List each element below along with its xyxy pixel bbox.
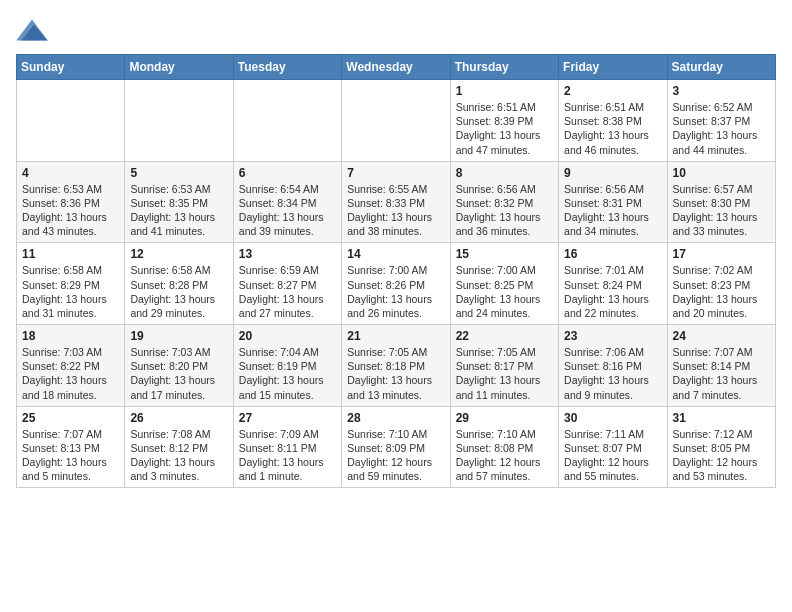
day-number: 17 xyxy=(673,247,770,261)
day-cell xyxy=(233,80,341,162)
day-info: Sunrise: 6:59 AMSunset: 8:27 PMDaylight:… xyxy=(239,263,336,320)
day-cell xyxy=(125,80,233,162)
day-number: 30 xyxy=(564,411,661,425)
day-info: Sunrise: 6:52 AMSunset: 8:37 PMDaylight:… xyxy=(673,100,770,157)
weekday-header-saturday: Saturday xyxy=(667,55,775,80)
day-cell: 4Sunrise: 6:53 AMSunset: 8:36 PMDaylight… xyxy=(17,161,125,243)
weekday-header-monday: Monday xyxy=(125,55,233,80)
day-info: Sunrise: 6:56 AMSunset: 8:32 PMDaylight:… xyxy=(456,182,553,239)
day-number: 15 xyxy=(456,247,553,261)
day-cell: 5Sunrise: 6:53 AMSunset: 8:35 PMDaylight… xyxy=(125,161,233,243)
weekday-header-friday: Friday xyxy=(559,55,667,80)
day-info: Sunrise: 7:05 AMSunset: 8:18 PMDaylight:… xyxy=(347,345,444,402)
day-cell: 31Sunrise: 7:12 AMSunset: 8:05 PMDayligh… xyxy=(667,406,775,488)
day-number: 1 xyxy=(456,84,553,98)
day-cell: 11Sunrise: 6:58 AMSunset: 8:29 PMDayligh… xyxy=(17,243,125,325)
weekday-header-tuesday: Tuesday xyxy=(233,55,341,80)
logo xyxy=(16,16,52,44)
day-number: 21 xyxy=(347,329,444,343)
day-number: 18 xyxy=(22,329,119,343)
day-info: Sunrise: 7:00 AMSunset: 8:25 PMDaylight:… xyxy=(456,263,553,320)
day-info: Sunrise: 6:58 AMSunset: 8:28 PMDaylight:… xyxy=(130,263,227,320)
day-number: 12 xyxy=(130,247,227,261)
day-info: Sunrise: 7:05 AMSunset: 8:17 PMDaylight:… xyxy=(456,345,553,402)
day-info: Sunrise: 7:11 AMSunset: 8:07 PMDaylight:… xyxy=(564,427,661,484)
day-cell: 2Sunrise: 6:51 AMSunset: 8:38 PMDaylight… xyxy=(559,80,667,162)
day-cell: 7Sunrise: 6:55 AMSunset: 8:33 PMDaylight… xyxy=(342,161,450,243)
day-number: 29 xyxy=(456,411,553,425)
day-cell: 3Sunrise: 6:52 AMSunset: 8:37 PMDaylight… xyxy=(667,80,775,162)
day-info: Sunrise: 7:10 AMSunset: 8:09 PMDaylight:… xyxy=(347,427,444,484)
logo-icon xyxy=(16,16,48,44)
day-number: 7 xyxy=(347,166,444,180)
week-row-3: 11Sunrise: 6:58 AMSunset: 8:29 PMDayligh… xyxy=(17,243,776,325)
day-number: 4 xyxy=(22,166,119,180)
day-number: 27 xyxy=(239,411,336,425)
day-number: 9 xyxy=(564,166,661,180)
day-info: Sunrise: 7:08 AMSunset: 8:12 PMDaylight:… xyxy=(130,427,227,484)
day-number: 28 xyxy=(347,411,444,425)
day-number: 13 xyxy=(239,247,336,261)
day-cell: 8Sunrise: 6:56 AMSunset: 8:32 PMDaylight… xyxy=(450,161,558,243)
day-cell: 29Sunrise: 7:10 AMSunset: 8:08 PMDayligh… xyxy=(450,406,558,488)
day-number: 6 xyxy=(239,166,336,180)
weekday-header-sunday: Sunday xyxy=(17,55,125,80)
day-number: 23 xyxy=(564,329,661,343)
day-cell: 1Sunrise: 6:51 AMSunset: 8:39 PMDaylight… xyxy=(450,80,558,162)
day-number: 19 xyxy=(130,329,227,343)
week-row-2: 4Sunrise: 6:53 AMSunset: 8:36 PMDaylight… xyxy=(17,161,776,243)
day-cell: 13Sunrise: 6:59 AMSunset: 8:27 PMDayligh… xyxy=(233,243,341,325)
day-info: Sunrise: 7:12 AMSunset: 8:05 PMDaylight:… xyxy=(673,427,770,484)
day-number: 26 xyxy=(130,411,227,425)
day-info: Sunrise: 7:03 AMSunset: 8:22 PMDaylight:… xyxy=(22,345,119,402)
day-info: Sunrise: 7:02 AMSunset: 8:23 PMDaylight:… xyxy=(673,263,770,320)
day-info: Sunrise: 7:01 AMSunset: 8:24 PMDaylight:… xyxy=(564,263,661,320)
day-cell: 26Sunrise: 7:08 AMSunset: 8:12 PMDayligh… xyxy=(125,406,233,488)
day-cell: 21Sunrise: 7:05 AMSunset: 8:18 PMDayligh… xyxy=(342,325,450,407)
day-cell: 10Sunrise: 6:57 AMSunset: 8:30 PMDayligh… xyxy=(667,161,775,243)
day-cell: 24Sunrise: 7:07 AMSunset: 8:14 PMDayligh… xyxy=(667,325,775,407)
day-number: 25 xyxy=(22,411,119,425)
day-info: Sunrise: 6:53 AMSunset: 8:35 PMDaylight:… xyxy=(130,182,227,239)
day-number: 31 xyxy=(673,411,770,425)
day-info: Sunrise: 6:57 AMSunset: 8:30 PMDaylight:… xyxy=(673,182,770,239)
day-cell xyxy=(17,80,125,162)
day-info: Sunrise: 6:53 AMSunset: 8:36 PMDaylight:… xyxy=(22,182,119,239)
day-cell: 15Sunrise: 7:00 AMSunset: 8:25 PMDayligh… xyxy=(450,243,558,325)
day-cell: 6Sunrise: 6:54 AMSunset: 8:34 PMDaylight… xyxy=(233,161,341,243)
day-cell: 16Sunrise: 7:01 AMSunset: 8:24 PMDayligh… xyxy=(559,243,667,325)
day-info: Sunrise: 6:58 AMSunset: 8:29 PMDaylight:… xyxy=(22,263,119,320)
week-row-5: 25Sunrise: 7:07 AMSunset: 8:13 PMDayligh… xyxy=(17,406,776,488)
day-cell: 20Sunrise: 7:04 AMSunset: 8:19 PMDayligh… xyxy=(233,325,341,407)
day-info: Sunrise: 6:51 AMSunset: 8:39 PMDaylight:… xyxy=(456,100,553,157)
day-info: Sunrise: 7:10 AMSunset: 8:08 PMDaylight:… xyxy=(456,427,553,484)
day-number: 8 xyxy=(456,166,553,180)
day-cell: 19Sunrise: 7:03 AMSunset: 8:20 PMDayligh… xyxy=(125,325,233,407)
calendar: SundayMondayTuesdayWednesdayThursdayFrid… xyxy=(16,54,776,488)
day-info: Sunrise: 6:51 AMSunset: 8:38 PMDaylight:… xyxy=(564,100,661,157)
day-number: 5 xyxy=(130,166,227,180)
day-number: 3 xyxy=(673,84,770,98)
weekday-header-wednesday: Wednesday xyxy=(342,55,450,80)
weekday-header-thursday: Thursday xyxy=(450,55,558,80)
page-header xyxy=(16,16,776,44)
day-cell: 23Sunrise: 7:06 AMSunset: 8:16 PMDayligh… xyxy=(559,325,667,407)
day-info: Sunrise: 7:07 AMSunset: 8:14 PMDaylight:… xyxy=(673,345,770,402)
day-info: Sunrise: 7:00 AMSunset: 8:26 PMDaylight:… xyxy=(347,263,444,320)
week-row-4: 18Sunrise: 7:03 AMSunset: 8:22 PMDayligh… xyxy=(17,325,776,407)
day-cell xyxy=(342,80,450,162)
day-number: 24 xyxy=(673,329,770,343)
day-number: 16 xyxy=(564,247,661,261)
day-number: 10 xyxy=(673,166,770,180)
day-info: Sunrise: 7:07 AMSunset: 8:13 PMDaylight:… xyxy=(22,427,119,484)
day-cell: 28Sunrise: 7:10 AMSunset: 8:09 PMDayligh… xyxy=(342,406,450,488)
day-info: Sunrise: 6:55 AMSunset: 8:33 PMDaylight:… xyxy=(347,182,444,239)
day-cell: 27Sunrise: 7:09 AMSunset: 8:11 PMDayligh… xyxy=(233,406,341,488)
day-number: 20 xyxy=(239,329,336,343)
day-cell: 14Sunrise: 7:00 AMSunset: 8:26 PMDayligh… xyxy=(342,243,450,325)
day-cell: 22Sunrise: 7:05 AMSunset: 8:17 PMDayligh… xyxy=(450,325,558,407)
day-info: Sunrise: 7:06 AMSunset: 8:16 PMDaylight:… xyxy=(564,345,661,402)
day-cell: 9Sunrise: 6:56 AMSunset: 8:31 PMDaylight… xyxy=(559,161,667,243)
day-number: 14 xyxy=(347,247,444,261)
day-info: Sunrise: 7:04 AMSunset: 8:19 PMDaylight:… xyxy=(239,345,336,402)
